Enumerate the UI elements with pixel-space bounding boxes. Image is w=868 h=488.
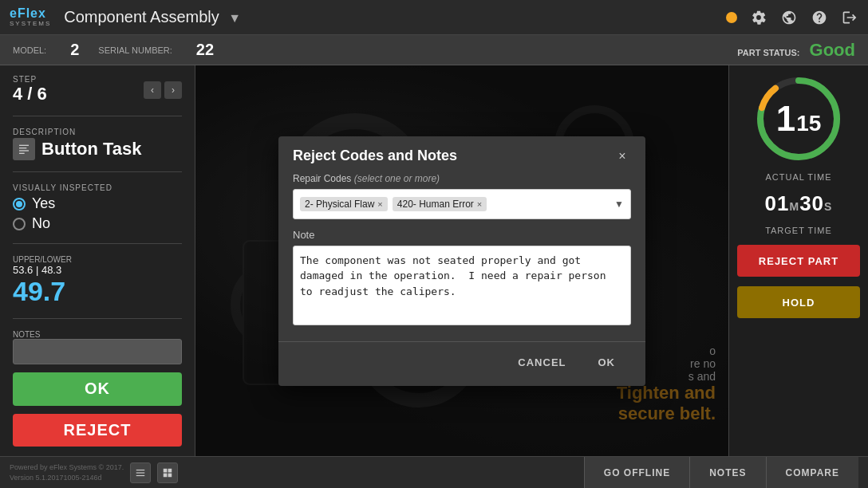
reject-button[interactable]: REJECT bbox=[13, 414, 182, 447]
svg-rect-22 bbox=[168, 473, 172, 477]
codes-dropdown-icon[interactable]: ▼ bbox=[614, 199, 624, 210]
model-value: 2 bbox=[70, 41, 79, 59]
title-dropdown-icon[interactable]: ▼ bbox=[228, 11, 241, 25]
settings-icon[interactable] bbox=[750, 9, 767, 26]
step-value: 4 / 6 bbox=[13, 84, 47, 104]
header-icons bbox=[726, 9, 858, 26]
svg-rect-20 bbox=[168, 468, 172, 472]
center-area: o re no s and Tighten and secure belt. R… bbox=[195, 65, 728, 456]
radio-yes[interactable]: Yes bbox=[13, 195, 182, 212]
modal-footer: CANCEL OK bbox=[278, 341, 645, 386]
nav-prev-button[interactable]: ‹ bbox=[144, 81, 161, 99]
left-panel: STEP 4 / 6 ‹ › DESCRIPTION Button Task V… bbox=[0, 65, 195, 456]
step-label: STEP bbox=[13, 75, 47, 84]
radio-yes-circle[interactable] bbox=[13, 198, 26, 211]
modal-title: Reject Codes and Notes bbox=[293, 148, 457, 164]
measurement-value: 49.7 bbox=[13, 276, 182, 307]
task-name: Button Task bbox=[41, 139, 141, 159]
svg-rect-2 bbox=[19, 150, 29, 151]
app-title: Component Assembly ▼ bbox=[64, 8, 726, 26]
modal-cancel-button[interactable]: CANCEL bbox=[502, 350, 582, 375]
repair-codes-hint: (select one or more) bbox=[354, 173, 440, 184]
timer-small: 15 bbox=[796, 111, 821, 136]
nav-arrows: ‹ › bbox=[144, 81, 182, 99]
modal-close-button[interactable]: × bbox=[614, 148, 631, 165]
compare-button[interactable]: COMPARE bbox=[766, 457, 858, 489]
svg-rect-18 bbox=[136, 474, 145, 475]
notes-section: NOTES bbox=[13, 330, 182, 364]
reject-codes-modal: Reject Codes and Notes × Repair Codes (s… bbox=[278, 136, 645, 386]
visually-inspected-label: VISUALLY INSPECTED bbox=[13, 183, 182, 192]
radio-group: Yes No bbox=[13, 195, 182, 232]
code1-remove-icon[interactable]: × bbox=[377, 199, 382, 209]
grid-view-icon[interactable] bbox=[157, 462, 178, 483]
part-status-label: PART STATUS: bbox=[737, 48, 799, 57]
bottom-actions: GO OFFLINE NOTES COMPARE bbox=[584, 457, 858, 489]
svg-rect-19 bbox=[164, 468, 168, 472]
modal-overlay: Reject Codes and Notes × Repair Codes (s… bbox=[195, 65, 728, 456]
bottom-bar: Powered by eFlex Systems © 2017. Version… bbox=[0, 456, 868, 488]
notes-label: NOTES bbox=[13, 330, 182, 339]
radio-no-circle[interactable] bbox=[13, 218, 26, 230]
powered-by-section: Powered by eFlex Systems © 2017. Version… bbox=[10, 462, 124, 482]
modal-ok-button[interactable]: OK bbox=[582, 350, 632, 375]
notes-input[interactable] bbox=[13, 339, 182, 364]
radio-no-label: No bbox=[32, 215, 50, 232]
divider2 bbox=[13, 171, 182, 172]
list-view-icon[interactable] bbox=[130, 462, 151, 483]
upper-lower-label: UPPER/LOWER bbox=[13, 255, 182, 264]
task-icon bbox=[13, 138, 35, 160]
step-nav: STEP 4 / 6 ‹ › bbox=[13, 75, 182, 104]
measurement-section: UPPER/LOWER 53.6 | 48.3 49.7 bbox=[13, 255, 182, 307]
repair-codes-label: Repair Codes (select one or more) bbox=[293, 173, 631, 184]
main-layout: STEP 4 / 6 ‹ › DESCRIPTION Button Task V… bbox=[0, 65, 868, 456]
timer-circle: 1 15 bbox=[755, 75, 842, 163]
bottom-icons bbox=[130, 462, 178, 483]
note-label: Note bbox=[293, 229, 631, 241]
logout-icon[interactable] bbox=[841, 9, 858, 26]
hold-button[interactable]: HOLD bbox=[737, 286, 860, 318]
actual-time-label: ACTUAL TIME bbox=[765, 172, 831, 182]
target-time-label: TARGET TIME bbox=[765, 226, 832, 235]
modal-header: Reject Codes and Notes × bbox=[278, 136, 645, 173]
nav-next-button[interactable]: › bbox=[164, 81, 182, 99]
right-panel: 1 15 ACTUAL TIME 01M30S TARGET TIME REJE… bbox=[728, 65, 868, 456]
logo-systems: SYSTEMS bbox=[10, 20, 51, 27]
part-status-value: PART STATUS: Good bbox=[737, 40, 855, 61]
code-tag-1[interactable]: 2- Physical Flaw × bbox=[300, 197, 388, 211]
help-icon[interactable] bbox=[811, 9, 828, 26]
top-header: eFlex SYSTEMS Component Assembly ▼ bbox=[0, 0, 868, 35]
upper-lower-values: 53.6 | 48.3 bbox=[13, 264, 182, 276]
ok-button[interactable]: OK bbox=[13, 372, 182, 406]
notes-button[interactable]: NOTES bbox=[689, 457, 765, 489]
info-bar: MODEL: 2 SERIAL NUMBER: 22 PART STATUS: … bbox=[0, 35, 868, 65]
svg-rect-3 bbox=[19, 153, 25, 154]
svg-rect-17 bbox=[136, 472, 145, 473]
svg-rect-16 bbox=[136, 469, 145, 470]
globe-icon[interactable] bbox=[780, 9, 798, 26]
radio-yes-label: Yes bbox=[32, 195, 55, 212]
divider4 bbox=[13, 318, 182, 319]
serial-label: SERIAL NUMBER: bbox=[98, 45, 172, 55]
task-info: Button Task bbox=[13, 138, 182, 160]
timer-big: 1 bbox=[776, 101, 795, 136]
timer-display: 1 15 bbox=[776, 101, 822, 136]
divider3 bbox=[13, 243, 182, 244]
codes-input-container[interactable]: 2- Physical Flaw × 420- Human Error × ▼ bbox=[293, 189, 631, 219]
code2-remove-icon[interactable]: × bbox=[477, 199, 482, 209]
code-tag-2[interactable]: 420- Human Error × bbox=[393, 197, 487, 211]
radio-yes-inner bbox=[16, 201, 22, 207]
visually-inspected-section: VISUALLY INSPECTED Yes No bbox=[13, 183, 182, 232]
status-indicator bbox=[726, 12, 737, 23]
reject-part-button[interactable]: REJECT PART bbox=[737, 245, 860, 277]
go-offline-button[interactable]: GO OFFLINE bbox=[584, 457, 689, 489]
divider1 bbox=[13, 116, 182, 116]
description-label: DESCRIPTION bbox=[13, 128, 182, 136]
radio-no[interactable]: No bbox=[13, 215, 182, 232]
model-label: MODEL: bbox=[13, 45, 46, 55]
logo-eflex: eFlex bbox=[10, 7, 51, 20]
note-textarea[interactable] bbox=[293, 246, 631, 325]
actual-time-value: 01M30S bbox=[765, 191, 833, 216]
powered-by: Powered by eFlex Systems © 2017. Version… bbox=[10, 462, 124, 482]
description-section: DESCRIPTION Button Task bbox=[13, 128, 182, 160]
